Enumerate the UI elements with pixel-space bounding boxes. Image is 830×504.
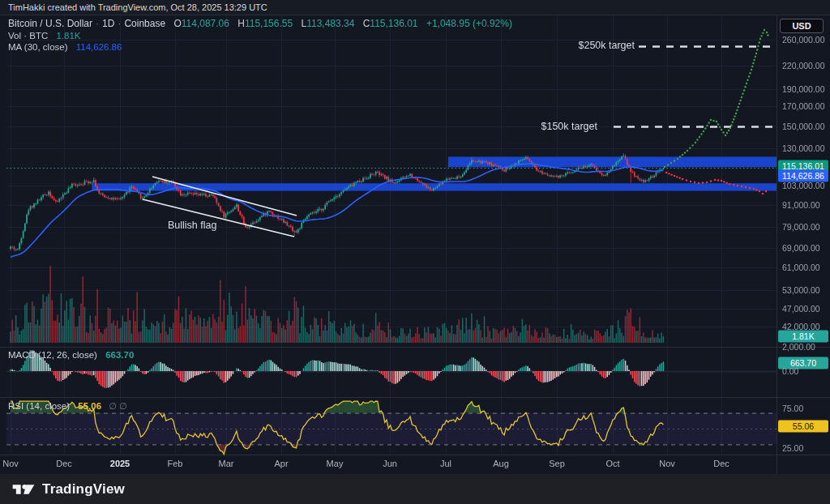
tradingview-wordmark: TradingView [42,481,125,498]
tradingview-logo[interactable]: TradingView [11,481,125,498]
currency-button[interactable]: USD [780,19,824,33]
chart-canvas[interactable] [0,0,830,504]
tradingview-snapshot: TimHakki created with TradingView.com, O… [0,0,830,504]
time-axis[interactable] [0,455,777,474]
tradingview-logo-icon [11,481,36,498]
footer-bar: TradingView [0,474,830,504]
attribution-text: TimHakki created with TradingView.com, O… [8,2,267,12]
attribution-bar: TimHakki created with TradingView.com, O… [0,0,830,15]
price-axis[interactable] [777,15,830,455]
